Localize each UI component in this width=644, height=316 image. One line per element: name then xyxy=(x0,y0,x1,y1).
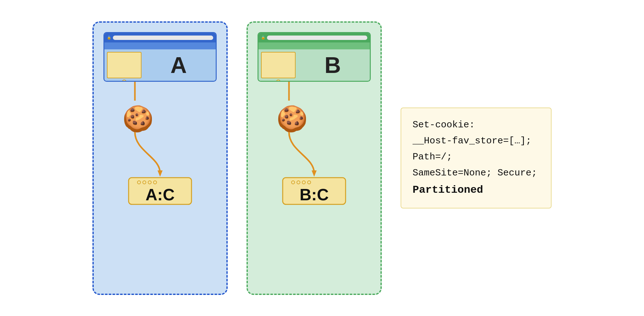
browser-window-a: 🔒 A xyxy=(103,32,217,82)
partition-b: 🔒 B 🍪 xyxy=(247,21,382,295)
code-line-1: Set-cookie: xyxy=(413,117,540,133)
browser-content-b: B xyxy=(258,49,370,81)
browser-window-b: 🔒 B xyxy=(258,32,371,82)
cookie-emoji-a: 🍪 xyxy=(122,104,154,134)
code-line-2: __Host-fav_store=[…]; xyxy=(413,133,540,149)
svg-marker-1 xyxy=(158,170,163,177)
svg-marker-8 xyxy=(312,170,317,177)
code-line-5-partitioned: Partitioned xyxy=(413,181,540,199)
code-line-3: Path=/; xyxy=(413,149,540,165)
partition-a: 🔒 A 🍪 xyxy=(92,21,228,295)
storage-label-a: A:C xyxy=(146,186,175,204)
browser-content-a: A xyxy=(104,49,216,81)
browser-sidebar-b xyxy=(261,52,296,78)
browser-titlebar-b: 🔒 xyxy=(258,33,370,42)
lock-icon-b: 🔒 xyxy=(261,36,265,40)
url-bar-b xyxy=(267,36,367,40)
flow-svg-a: 🍪 A:C xyxy=(103,82,217,208)
flow-svg-b: 🍪 B:C xyxy=(258,82,371,208)
browser-toolbar-b xyxy=(258,42,370,49)
scene: 🔒 A 🍪 xyxy=(80,9,564,308)
partition-b-inner: 🔒 B 🍪 xyxy=(257,32,371,208)
browser-label-a: A xyxy=(142,49,216,81)
partition-a-inner: 🔒 A 🍪 xyxy=(103,32,217,208)
storage-label-b: B:C xyxy=(300,186,329,204)
lock-icon-a: 🔒 xyxy=(107,36,111,40)
browser-sidebar-a xyxy=(107,52,142,78)
browser-titlebar-a: 🔒 xyxy=(104,33,216,42)
cookie-emoji-b: 🍪 xyxy=(276,104,308,134)
panel-dot-a xyxy=(122,80,126,82)
browser-label-b: B xyxy=(296,49,370,81)
url-bar-a xyxy=(113,36,213,40)
code-line-4: SameSite=None; Secure; xyxy=(413,165,540,181)
code-box: Set-cookie: __Host-fav_store=[…]; Path=/… xyxy=(401,108,552,209)
panel-dot-b xyxy=(276,80,280,82)
browser-toolbar-a xyxy=(104,42,216,49)
